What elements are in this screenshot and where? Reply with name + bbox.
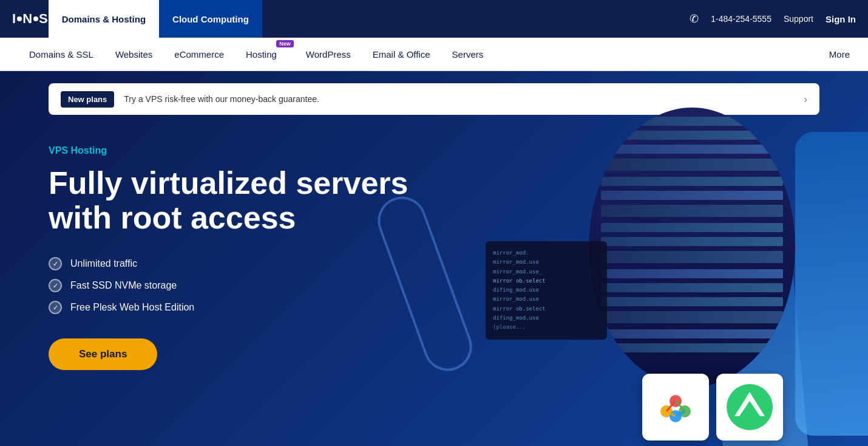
check-icon: ✓ [49,279,62,292]
phone-icon: ✆ [690,12,699,26]
chevron-right-icon: › [804,93,807,106]
feature-list: ✓ Unlimited traffic ✓ Fast SSD NVMe stor… [49,257,819,314]
sidebar-item-email-office[interactable]: Email & Office [362,38,441,71]
app-card-miro [642,374,709,441]
sidebar-item-servers[interactable]: Servers [441,38,495,71]
top-nav-tabs: Domains & Hosting Cloud Computing [49,0,262,38]
sidebar-item-wordpress[interactable]: WordPress [295,38,362,71]
check-icon: ✓ [49,301,62,314]
signin-link[interactable]: Sign In [826,14,856,24]
tab-domains-hosting[interactable]: Domains & Hosting [49,0,159,38]
hero-content: VPS Hosting Fully virtualized servers wi… [0,115,868,370]
phone-number[interactable]: 1-484-254-5555 [711,14,771,24]
caret-icon [722,380,777,434]
sidebar-item-ecommerce[interactable]: eCommerce [163,38,235,71]
hero-title: Fully virtualized servers with root acce… [49,166,449,235]
feature-item: ✓ Free Plesk Web Host Edition [49,301,819,314]
check-icon: ✓ [49,257,62,270]
second-nav-items: Domains & SSL Websites eCommerce Hosting… [18,38,494,71]
second-nav: Domains & SSL Websites eCommerce Hosting… [0,38,868,71]
app-cards-area [642,374,783,446]
sidebar-item-domains-ssl[interactable]: Domains & SSL [18,38,104,71]
feature-item: ✓ Fast SSD NVMe storage [49,279,819,292]
logo[interactable]: INS [12,11,49,27]
more-link[interactable]: More [829,49,850,60]
banner-text: Try a VPS risk-free with our money-back … [124,94,804,104]
miro-icon [654,386,697,428]
vps-label: VPS Hosting [49,145,819,156]
feature-item: ✓ Unlimited traffic [49,257,819,270]
top-nav: INS Domains & Hosting Cloud Computing ✆ … [0,0,868,38]
sidebar-item-websites[interactable]: Websites [104,38,163,71]
top-nav-right: ✆ 1-484-254-5555 Support Sign In [690,12,856,26]
new-badge: New [276,40,294,47]
hero-section: New plans Try a VPS risk-free with our m… [0,71,868,446]
app-card-caret [716,374,783,441]
tab-cloud-computing[interactable]: Cloud Computing [159,0,262,38]
support-link[interactable]: Support [784,14,813,24]
sidebar-item-hosting[interactable]: Hosting New [235,38,295,71]
see-plans-button[interactable]: See plans [49,338,157,370]
banner-tag: New plans [61,91,114,108]
